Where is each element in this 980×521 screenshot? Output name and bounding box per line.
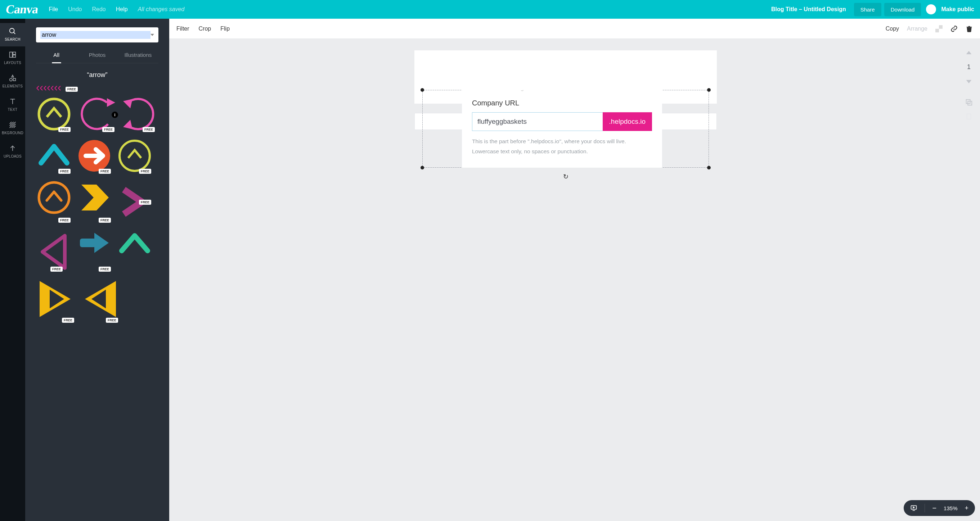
resize-handle[interactable] bbox=[707, 166, 711, 170]
result-item[interactable]: FREE bbox=[120, 96, 156, 133]
info-icon[interactable]: i bbox=[111, 111, 118, 118]
svg-rect-3 bbox=[13, 52, 16, 54]
share-button[interactable]: Share bbox=[854, 3, 881, 16]
document-title[interactable]: Blog Title – Untitled Design bbox=[771, 6, 846, 13]
make-public-button[interactable]: Make public bbox=[941, 6, 974, 13]
result-item[interactable]: FREE bbox=[36, 179, 72, 224]
result-item[interactable]: FREE bbox=[76, 179, 112, 224]
present-icon[interactable] bbox=[910, 504, 917, 511]
result-item[interactable]: FREE bbox=[76, 229, 112, 273]
tool-filter[interactable]: Filter bbox=[177, 25, 189, 32]
download-button[interactable]: Download bbox=[884, 3, 921, 16]
nav-layouts[interactable]: LAYOUTS bbox=[0, 46, 25, 70]
svg-line-11 bbox=[10, 122, 14, 126]
free-badge: FREE bbox=[139, 200, 151, 205]
nav-label: TEXT bbox=[8, 108, 18, 111]
tab-illustrations[interactable]: Illustrations bbox=[118, 48, 158, 63]
menu-redo[interactable]: Redo bbox=[92, 6, 106, 13]
svg-point-0 bbox=[10, 29, 14, 33]
result-item[interactable]: FREE bbox=[36, 277, 76, 322]
resize-handle[interactable] bbox=[420, 166, 424, 170]
selection-box[interactable]: ↻ 6+ characters including at least 1 num… bbox=[422, 90, 709, 168]
selected-image[interactable]: 6+ characters including at least 1 numbe… bbox=[462, 90, 662, 168]
tool-arrange: Arrange bbox=[907, 25, 928, 32]
editor-stage: Filter Crop Flip Copy Arrange ↻ bbox=[169, 19, 980, 521]
nav-search[interactable]: SEARCH bbox=[0, 23, 25, 46]
result-item[interactable]: FREE bbox=[117, 179, 153, 224]
result-item[interactable]: FREE bbox=[36, 96, 72, 133]
trash-icon[interactable] bbox=[966, 25, 973, 32]
result-item[interactable]: FREE bbox=[80, 277, 119, 322]
arrow-graphic bbox=[80, 277, 119, 321]
result-item[interactable]: FREE bbox=[76, 138, 112, 175]
svg-rect-34 bbox=[939, 29, 943, 32]
link-icon[interactable] bbox=[950, 25, 958, 32]
svg-rect-7 bbox=[13, 78, 16, 81]
clip-hint: Lowercase text only, no spaces or punctu… bbox=[472, 147, 652, 156]
svg-rect-33 bbox=[935, 25, 939, 29]
result-item[interactable] bbox=[117, 229, 153, 273]
nav-text[interactable]: TEXT bbox=[0, 93, 25, 117]
chevron-down-icon[interactable] bbox=[151, 34, 154, 36]
free-badge: FREE bbox=[99, 267, 111, 272]
free-badge: FREE bbox=[106, 318, 118, 323]
svg-rect-36 bbox=[967, 27, 972, 27]
design-page[interactable]: ↻ 6+ characters including at least 1 num… bbox=[414, 50, 717, 103]
nav-uploads[interactable]: UPLOADS bbox=[0, 140, 25, 164]
zoom-in[interactable]: + bbox=[964, 504, 969, 512]
chevron-up-icon[interactable] bbox=[965, 49, 973, 57]
menu-help[interactable]: Help bbox=[116, 6, 128, 13]
tab-photos[interactable]: Photos bbox=[77, 48, 118, 63]
free-badge: FREE bbox=[58, 169, 70, 174]
transparency-icon[interactable] bbox=[935, 25, 943, 32]
arrow-graphic bbox=[76, 96, 116, 132]
svg-marker-37 bbox=[966, 51, 972, 54]
svg-line-13 bbox=[11, 124, 16, 128]
copy-page-icon[interactable] bbox=[965, 98, 973, 106]
tool-crop[interactable]: Crop bbox=[199, 25, 212, 32]
arrow-graphic bbox=[120, 96, 156, 132]
result-item[interactable]: FREE bbox=[36, 229, 72, 273]
zoom-value[interactable]: 135% bbox=[943, 505, 957, 511]
resize-handle[interactable] bbox=[707, 88, 711, 92]
svg-rect-2 bbox=[10, 52, 12, 57]
svg-rect-41 bbox=[967, 114, 971, 119]
arrow-graphic bbox=[117, 138, 153, 174]
svg-line-14 bbox=[14, 126, 16, 128]
menu-undo[interactable]: Undo bbox=[68, 6, 82, 13]
delete-page-icon[interactable] bbox=[965, 113, 973, 121]
menu-file[interactable]: File bbox=[49, 6, 58, 13]
nav-elements[interactable]: ELEMENTS bbox=[0, 70, 25, 93]
resize-handle[interactable] bbox=[420, 88, 424, 92]
zoom-control: − 135% + bbox=[904, 500, 975, 516]
rotate-handle[interactable]: ↻ bbox=[563, 173, 568, 181]
search-field[interactable] bbox=[36, 27, 158, 43]
save-status: All changes saved bbox=[138, 6, 185, 13]
clip-label: Company URL bbox=[472, 99, 662, 107]
result-item[interactable]: FREE i bbox=[76, 96, 116, 133]
clip-strike-text: 6+ characters including at least 1 numbe… bbox=[472, 90, 662, 91]
result-item[interactable]: FREE bbox=[36, 138, 72, 175]
page-rail: 1 bbox=[965, 49, 973, 121]
tool-copy[interactable]: Copy bbox=[886, 25, 899, 32]
svg-marker-18 bbox=[123, 99, 132, 108]
search-icon bbox=[9, 27, 17, 35]
tool-flip[interactable]: Flip bbox=[220, 25, 230, 32]
svg-point-16 bbox=[39, 99, 69, 129]
free-badge: FREE bbox=[143, 127, 155, 132]
arrow-graphic bbox=[117, 229, 153, 257]
nav-background[interactable]: BKGROUND bbox=[0, 117, 25, 140]
zoom-out[interactable]: − bbox=[932, 504, 936, 512]
free-badge: FREE bbox=[50, 267, 63, 272]
clip-field: .helpdocs.io bbox=[472, 112, 652, 131]
free-badge: FREE bbox=[65, 87, 78, 92]
user-avatar[interactable] bbox=[926, 4, 936, 14]
tab-all[interactable]: All bbox=[36, 48, 77, 63]
canvas-viewport[interactable]: ↻ 6+ characters including at least 1 num… bbox=[169, 39, 980, 521]
nav-label: UPLOADS bbox=[3, 154, 22, 158]
chevron-down-icon[interactable] bbox=[965, 77, 973, 85]
free-badge: FREE bbox=[102, 127, 115, 132]
result-item[interactable]: FREE bbox=[117, 138, 153, 175]
result-item[interactable]: FREE bbox=[36, 84, 158, 92]
search-input[interactable] bbox=[40, 31, 151, 39]
